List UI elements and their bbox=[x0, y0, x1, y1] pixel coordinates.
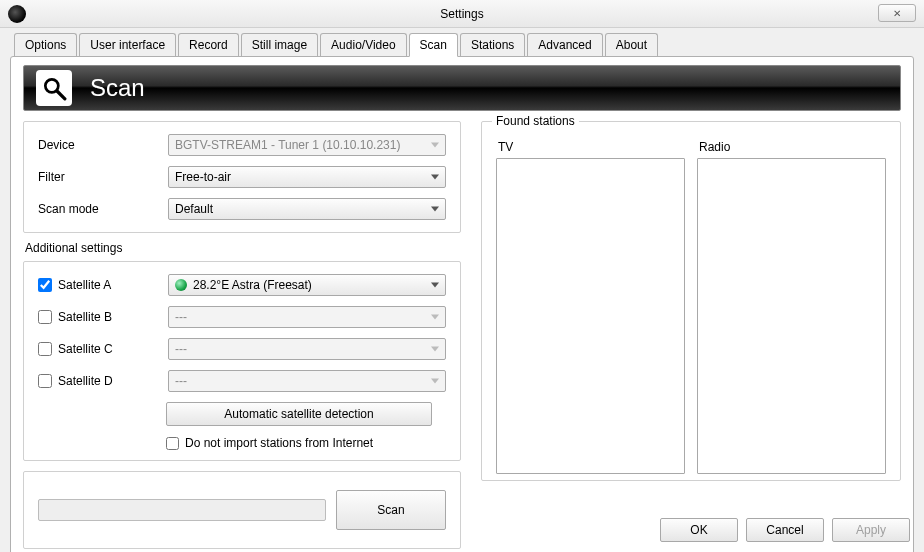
sat-a-label: Satellite A bbox=[58, 278, 111, 292]
ok-button[interactable]: OK bbox=[660, 518, 738, 542]
sat-c-check-input[interactable] bbox=[38, 342, 52, 356]
found-stations-group: Found stations TV Radio bbox=[481, 121, 901, 481]
tab-options[interactable]: Options bbox=[14, 33, 77, 57]
scan-banner-icon bbox=[36, 70, 72, 106]
no-import-label: Do not import stations from Internet bbox=[185, 436, 373, 450]
scan-settings-group: Device BGTV-STREAM1 - Tuner 1 (10.10.10.… bbox=[23, 121, 461, 233]
banner-title: Scan bbox=[90, 74, 145, 102]
magnifier-icon bbox=[41, 75, 67, 101]
scanmode-select[interactable]: Default bbox=[168, 198, 446, 220]
apply-button: Apply bbox=[832, 518, 910, 542]
tab-strip: Options User interface Record Still imag… bbox=[10, 32, 914, 56]
sat-a-select[interactable]: 28.2°E Astra (Freesat) bbox=[168, 274, 446, 296]
chevron-down-icon bbox=[431, 315, 439, 320]
chevron-down-icon bbox=[431, 207, 439, 212]
tab-advanced[interactable]: Advanced bbox=[527, 33, 602, 57]
sat-b-value: --- bbox=[175, 310, 187, 324]
device-label: Device bbox=[38, 138, 168, 152]
tab-stations[interactable]: Stations bbox=[460, 33, 525, 57]
sat-a-checkbox[interactable]: Satellite A bbox=[38, 278, 168, 292]
filter-label: Filter bbox=[38, 170, 168, 184]
sat-d-check-input[interactable] bbox=[38, 374, 52, 388]
app-icon bbox=[8, 5, 26, 23]
tab-scan[interactable]: Scan bbox=[409, 33, 458, 57]
filter-select[interactable]: Free-to-air bbox=[168, 166, 446, 188]
scanmode-value: Default bbox=[175, 202, 213, 216]
svg-line-1 bbox=[57, 91, 65, 99]
chevron-down-icon bbox=[431, 379, 439, 384]
radio-listbox[interactable] bbox=[697, 158, 886, 474]
additional-settings-title: Additional settings bbox=[25, 241, 461, 255]
sat-d-value: --- bbox=[175, 374, 187, 388]
sat-b-label: Satellite B bbox=[58, 310, 112, 324]
found-stations-legend: Found stations bbox=[492, 114, 579, 128]
cancel-button[interactable]: Cancel bbox=[746, 518, 824, 542]
sat-a-check-input[interactable] bbox=[38, 278, 52, 292]
no-import-checkbox[interactable]: Do not import stations from Internet bbox=[166, 436, 446, 450]
sat-d-select[interactable]: --- bbox=[168, 370, 446, 392]
sat-a-value: 28.2°E Astra (Freesat) bbox=[193, 278, 312, 292]
sat-d-checkbox[interactable]: Satellite D bbox=[38, 374, 168, 388]
device-select: BGTV-STREAM1 - Tuner 1 (10.10.10.231) bbox=[168, 134, 446, 156]
scan-progress-group: Scan bbox=[23, 471, 461, 549]
tab-audio-video[interactable]: Audio/Video bbox=[320, 33, 407, 57]
no-import-check-input[interactable] bbox=[166, 437, 179, 450]
titlebar: Settings ✕ bbox=[0, 0, 924, 28]
window-title: Settings bbox=[0, 7, 924, 21]
sat-c-value: --- bbox=[175, 342, 187, 356]
device-value: BGTV-STREAM1 - Tuner 1 (10.10.10.231) bbox=[175, 138, 400, 152]
sat-b-select[interactable]: --- bbox=[168, 306, 446, 328]
tab-panel: Scan Device BGTV-STREAM1 - Tuner 1 (10.1… bbox=[10, 56, 914, 552]
scan-progress-bar bbox=[38, 499, 326, 521]
page-banner: Scan bbox=[23, 65, 901, 111]
tab-user-interface[interactable]: User interface bbox=[79, 33, 176, 57]
tv-header: TV bbox=[496, 140, 685, 154]
tab-about[interactable]: About bbox=[605, 33, 658, 57]
chevron-down-icon bbox=[431, 143, 439, 148]
chevron-down-icon bbox=[431, 175, 439, 180]
chevron-down-icon bbox=[431, 347, 439, 352]
globe-icon bbox=[175, 279, 187, 291]
radio-header: Radio bbox=[697, 140, 886, 154]
sat-b-check-input[interactable] bbox=[38, 310, 52, 324]
chevron-down-icon bbox=[431, 283, 439, 288]
filter-value: Free-to-air bbox=[175, 170, 231, 184]
sat-d-label: Satellite D bbox=[58, 374, 113, 388]
scan-button[interactable]: Scan bbox=[336, 490, 446, 530]
tab-record[interactable]: Record bbox=[178, 33, 239, 57]
tv-listbox[interactable] bbox=[496, 158, 685, 474]
close-icon: ✕ bbox=[893, 8, 901, 19]
sat-c-select[interactable]: --- bbox=[168, 338, 446, 360]
sat-b-checkbox[interactable]: Satellite B bbox=[38, 310, 168, 324]
scanmode-label: Scan mode bbox=[38, 202, 168, 216]
additional-settings-group: Satellite A 28.2°E Astra (Freesat) bbox=[23, 261, 461, 461]
sat-c-label: Satellite C bbox=[58, 342, 113, 356]
tab-still-image[interactable]: Still image bbox=[241, 33, 318, 57]
auto-satellite-detect-button[interactable]: Automatic satellite detection bbox=[166, 402, 432, 426]
dialog-footer: OK Cancel Apply bbox=[660, 518, 910, 542]
sat-c-checkbox[interactable]: Satellite C bbox=[38, 342, 168, 356]
close-button[interactable]: ✕ bbox=[878, 4, 916, 22]
